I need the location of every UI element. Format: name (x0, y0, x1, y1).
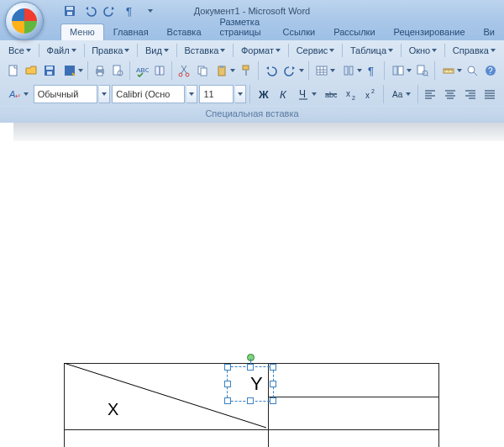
size-selector[interactable]: 11 (199, 85, 233, 103)
chevron-down-icon (189, 92, 194, 96)
align-left-button[interactable] (422, 84, 440, 104)
align-right-icon (464, 87, 477, 101)
save-button[interactable] (41, 60, 58, 81)
svg-rect-20 (220, 66, 223, 68)
table-cell[interactable] (269, 364, 439, 397)
open-button[interactable] (24, 60, 40, 81)
print-icon (93, 64, 107, 77)
menu-table[interactable]: Таблица (347, 44, 396, 57)
tab-view[interactable]: Ви (475, 24, 504, 40)
tab-menu[interactable]: Меню (60, 24, 104, 40)
chevron-down-icon (71, 49, 76, 52)
show-pilcrow-button[interactable]: ¶ (365, 60, 381, 81)
qat-pilcrow-button[interactable]: ¶ (121, 2, 139, 20)
menu-view[interactable]: Вид (142, 44, 172, 57)
subscript-button[interactable]: x2 (342, 84, 360, 104)
resize-handle[interactable] (247, 397, 254, 404)
chevron-down-icon (220, 49, 225, 52)
menu-file[interactable]: Файл (44, 44, 80, 57)
svg-text:¶: ¶ (126, 5, 132, 18)
qat-redo-button[interactable] (101, 2, 119, 20)
resize-handle[interactable] (270, 381, 276, 387)
ruler-button[interactable] (438, 60, 463, 81)
menu-tools[interactable]: Сервис (293, 44, 339, 57)
copy-button[interactable] (194, 60, 211, 81)
tab-references[interactable]: Ссылки (273, 24, 324, 40)
qat-save-button[interactable] (60, 2, 79, 20)
paste-icon (215, 64, 228, 77)
chevron-down-icon (124, 49, 129, 52)
resize-handle[interactable] (224, 364, 231, 371)
undo-icon (83, 4, 97, 18)
insert-table-button[interactable] (312, 60, 336, 81)
print-preview-button[interactable] (110, 60, 127, 81)
menu-all[interactable]: Все (5, 44, 34, 57)
tab-insert[interactable]: Вставка (158, 24, 211, 40)
chevron-down-icon (164, 49, 169, 52)
align-justify-button[interactable] (480, 84, 499, 104)
italic-button[interactable]: К (274, 84, 292, 104)
help-button[interactable]: ? (482, 60, 499, 81)
strike-button[interactable]: abc (322, 84, 340, 104)
font-dropdown[interactable] (186, 85, 197, 103)
zoom-button[interactable] (465, 60, 481, 81)
document-area[interactable]: X Y (0, 123, 504, 447)
menu-window[interactable]: Окно (406, 44, 441, 57)
font-selector[interactable]: Calibri (Осно (112, 85, 185, 103)
svg-rect-10 (97, 66, 102, 70)
table-cell[interactable] (269, 430, 439, 448)
qat-undo-button[interactable] (81, 2, 99, 20)
find-button[interactable] (414, 60, 431, 81)
style-dropdown[interactable] (99, 85, 110, 103)
research-button[interactable] (152, 60, 169, 81)
format-painter-button[interactable] (238, 60, 255, 81)
table-cell[interactable] (269, 397, 439, 430)
size-dropdown[interactable] (235, 85, 246, 103)
table-cell[interactable] (65, 430, 269, 448)
menu-help[interactable]: Справка (449, 44, 499, 57)
style-value: Обычный (38, 89, 79, 99)
paste-button[interactable] (212, 60, 236, 81)
print-button[interactable] (92, 60, 108, 81)
svg-rect-6 (46, 66, 53, 70)
undo-button[interactable] (262, 60, 279, 81)
chevron-down-icon (276, 49, 281, 52)
resize-handle[interactable] (247, 364, 254, 371)
menu-insert[interactable]: Вставка (181, 44, 228, 57)
bold-button[interactable]: Ж (254, 84, 272, 104)
styles-button[interactable]: A↵ (5, 84, 32, 104)
underline-button[interactable]: Ч (293, 84, 320, 104)
chevron-down-icon (24, 92, 29, 96)
menu-format[interactable]: Формат (238, 44, 284, 57)
resize-handle[interactable] (224, 397, 231, 404)
style-selector[interactable]: Обычный (34, 85, 97, 103)
save-icon (43, 64, 56, 77)
menu-edit[interactable]: Правка (88, 44, 133, 57)
cell-text-x[interactable]: X (108, 400, 118, 419)
textbox-text-y[interactable]: Y (250, 373, 263, 395)
office-button[interactable] (5, 2, 44, 40)
tab-review[interactable]: Рецензирование (385, 24, 475, 40)
chevron-down-icon (329, 49, 334, 52)
redo-button[interactable] (281, 60, 305, 81)
tab-home[interactable]: Главная (104, 24, 158, 40)
align-right-button[interactable] (461, 84, 480, 104)
tab-mailings[interactable]: Рассылки (324, 24, 384, 40)
align-center-button[interactable] (441, 84, 459, 104)
subscript-icon: x2 (344, 87, 358, 101)
resize-handle[interactable] (270, 397, 276, 404)
new-doc-button[interactable] (5, 60, 22, 81)
tab-page-layout[interactable]: Разметка страницы (211, 13, 274, 40)
doc-map-button[interactable] (388, 60, 412, 81)
svg-rect-22 (245, 70, 247, 76)
resize-handle[interactable] (224, 381, 231, 387)
spellcheck-button[interactable]: ABC (134, 60, 150, 81)
ribbon-tabs: Меню Главная Вставка Разметка страницы С… (0, 22, 504, 40)
cut-button[interactable] (176, 60, 192, 81)
qat-customize-button[interactable] (141, 2, 160, 20)
change-case-button[interactable]: Aa (387, 84, 414, 104)
save-as-button[interactable] (60, 60, 84, 81)
superscript-button[interactable]: x2 (361, 84, 380, 104)
resize-handle[interactable] (270, 364, 276, 371)
columns-button[interactable] (339, 60, 363, 81)
